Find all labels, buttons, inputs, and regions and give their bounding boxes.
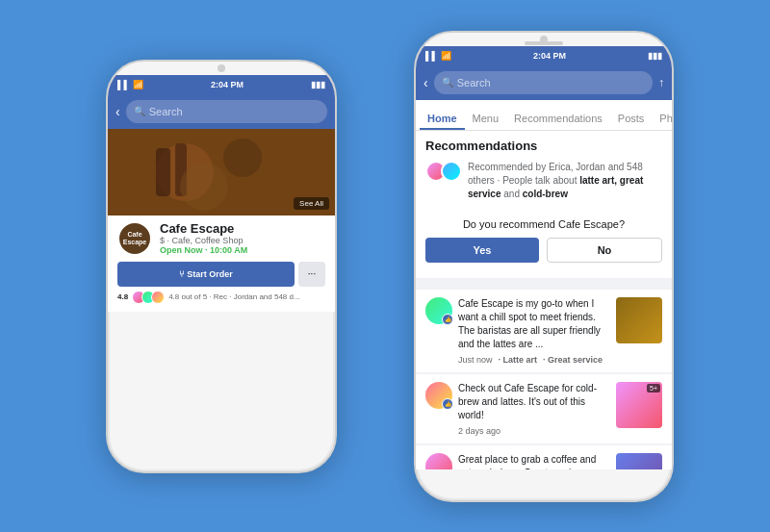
back-more-button[interactable]: ···: [298, 262, 325, 287]
front-signal-icon: ▌▌: [425, 51, 438, 61]
back-search-text: Search: [149, 106, 183, 117]
front-phone-screen: ▌▌ 📶 2:04 PM ▮▮▮ ‹ 🔍 Search ↑: [416, 46, 672, 469]
recommend-question: Do you recommend Cafe Escape? Yes No: [425, 211, 662, 270]
review-item-1: 👍 Cafe Escape is my go-to when I want a …: [416, 290, 672, 372]
back-business-text: Cafe Escape $ · Cafe, Coffee Shop Open N…: [160, 221, 247, 255]
review-time-2: 2 days ago: [458, 426, 500, 436]
back-business-logo: CafeEscape: [117, 221, 152, 256]
back-rating-row: 4.8 4.8 out of 5 · Rec · Jordan and 548 …: [117, 291, 325, 304]
yes-button[interactable]: Yes: [425, 238, 539, 263]
rec-bold2: cold-brew: [523, 189, 568, 199]
back-search-icon: 🔍: [134, 106, 145, 116]
recommend-question-text: Do you recommend Cafe Escape?: [425, 218, 662, 230]
back-status-left: ▌▌ 📶: [117, 80, 143, 89]
back-rating-avatars: [132, 291, 165, 304]
back-business-header: CafeEscape Cafe Escape $ · Cafe, Coffee …: [117, 221, 325, 256]
review-time-1: Just now: [458, 355, 493, 365]
front-search-bar[interactable]: 🔍 Search: [434, 71, 653, 94]
phone-back: ▌▌ 📶 2:04 PM ▮▮▮ ‹ 🔍 Search See All: [106, 60, 337, 473]
review-avatar-img-3: [425, 453, 452, 469]
tab-recommendations[interactable]: Recommendations: [506, 107, 610, 130]
back-phone-screen: ▌▌ 📶 2:04 PM ▮▮▮ ‹ 🔍 Search See All: [108, 75, 335, 436]
back-status-bar: ▌▌ 📶 2:04 PM ▮▮▮: [108, 75, 335, 94]
no-button[interactable]: No: [547, 238, 662, 263]
rec-text: Recommended by Erica, Jordan and 548 oth…: [468, 161, 662, 201]
back-nav-back-icon[interactable]: ‹: [116, 104, 120, 119]
back-more-icon: ···: [308, 268, 316, 279]
back-start-order-label: Start Order: [187, 269, 233, 279]
review-item-3: 👍 Great place to grab a coffee and get w…: [416, 445, 672, 469]
back-business-type: $ · Cafe, Coffee Shop: [160, 236, 247, 245]
back-search-bar[interactable]: 🔍 Search: [126, 100, 327, 123]
front-wifi-icon: 📶: [441, 51, 451, 61]
review-thumb-badge: 5+: [647, 384, 660, 393]
front-share-icon[interactable]: ↑: [658, 76, 664, 89]
phone-front: ▌▌ 📶 2:04 PM ▮▮▮ ‹ 🔍 Search ↑: [414, 31, 674, 502]
review-avatar-2: 👍: [425, 382, 452, 409]
review-thumb-3: [616, 453, 662, 469]
front-nav-back-icon[interactable]: ‹: [424, 75, 428, 90]
review-thumb-1: [616, 297, 662, 343]
back-action-buttons: ⑂ Start Order ···: [117, 262, 325, 287]
back-start-order-button[interactable]: ⑂ Start Order: [117, 262, 295, 287]
back-camera: [218, 64, 225, 72]
review-avatar-3: 👍: [425, 453, 452, 469]
front-time: 2:04 PM: [533, 51, 566, 61]
front-search-icon: 🔍: [442, 77, 453, 88]
rec-avatar-2: [441, 161, 462, 182]
phones-container: ▌▌ 📶 2:04 PM ▮▮▮ ‹ 🔍 Search See All: [48, 21, 722, 512]
front-status-right: ▮▮▮: [648, 51, 662, 61]
review-body-3: Great place to grab a coffee and get wor…: [458, 453, 610, 469]
back-signal-icon: ▌▌: [117, 80, 130, 89]
rec-avatars: [425, 161, 462, 201]
tab-menu[interactable]: Menu: [465, 107, 507, 130]
front-camera: [540, 36, 548, 43]
tab-home[interactable]: Home: [420, 107, 465, 130]
review-avatar-1: 👍: [425, 297, 452, 324]
back-rating-detail: 4.8 out of 5 · Rec · Jordan and 548 d...: [168, 292, 300, 301]
back-phone-notch: [108, 62, 335, 75]
front-phone-notch: [416, 33, 672, 46]
back-rating-avatar-3: [151, 291, 165, 304]
front-tabs-bar: Home Menu Recommendations Posts Ph: [416, 100, 672, 131]
back-status-right: ▮▮▮: [311, 80, 325, 89]
rec-header: Recommended by Erica, Jordan and 548 oth…: [425, 161, 662, 201]
tab-posts[interactable]: Posts: [610, 107, 653, 130]
tab-ph[interactable]: Ph: [652, 107, 672, 130]
back-business-open: Open Now · 10:00 AM: [160, 245, 247, 255]
review-body-1: Cafe Escape is my go-to when I want a ch…: [458, 297, 610, 365]
back-time: 2:04 PM: [211, 80, 244, 89]
back-see-all-button[interactable]: See All: [294, 197, 329, 210]
review-meta-1: Just now · Latte art · Great service: [458, 355, 610, 365]
front-nav-bar: ‹ 🔍 Search ↑: [416, 65, 672, 100]
back-nav-bar: ‹ 🔍 Search: [108, 94, 335, 129]
back-battery-icon: ▮▮▮: [311, 80, 325, 89]
back-hero-image: See All: [108, 129, 335, 215]
front-search-text: Search: [457, 77, 491, 89]
review-tag-service: · Great service: [543, 355, 603, 365]
front-status-bar: ▌▌ 📶 2:04 PM ▮▮▮: [416, 46, 672, 65]
back-wifi-icon: 📶: [133, 80, 143, 89]
back-rating-number: 4.8: [117, 292, 128, 301]
review-text-1: Cafe Escape is my go-to when I want a ch…: [458, 297, 610, 351]
back-business-info: CafeEscape Cafe Escape $ · Cafe, Coffee …: [108, 215, 335, 312]
review-body-2: Check out Cafe Escape for cold-brew and …: [458, 382, 610, 436]
front-content: Recommendations Recommended by Erica, Jo…: [416, 131, 672, 469]
review-avatar-badge-1: 👍: [442, 314, 453, 325]
recommendations-section: Recommendations Recommended by Erica, Jo…: [416, 131, 672, 278]
review-text-2: Check out Cafe Escape for cold-brew and …: [458, 382, 610, 422]
front-status-left: ▌▌ 📶: [425, 51, 451, 61]
front-battery-icon: ▮▮▮: [648, 51, 662, 61]
review-item-2: 👍 Check out Cafe Escape for cold-brew an…: [416, 374, 672, 443]
rec-and: and: [500, 189, 522, 199]
review-thumb-2: 5+: [616, 382, 662, 428]
review-meta-2: 2 days ago: [458, 426, 610, 436]
review-avatar-badge-2: 👍: [442, 398, 453, 410]
recommendations-title: Recommendations: [425, 139, 662, 153]
review-tag-latte: · Latte art: [499, 355, 538, 365]
recommend-buttons: Yes No: [425, 238, 662, 263]
back-fork-icon: ⑂: [179, 269, 184, 279]
back-business-name: Cafe Escape: [160, 221, 247, 236]
review-text-3: Great place to grab a coffee and get wor…: [458, 453, 610, 469]
